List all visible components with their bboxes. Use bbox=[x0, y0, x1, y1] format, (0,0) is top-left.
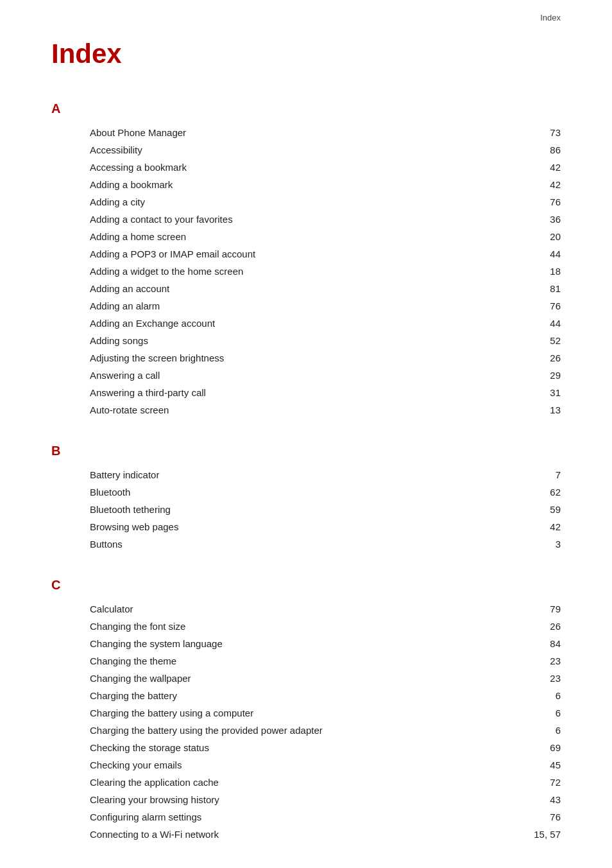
index-section-b: BBattery indicator7Bluetooth62Bluetooth … bbox=[51, 444, 561, 552]
index-page: 13 bbox=[541, 403, 561, 418]
index-row: Adding a POP3 or IMAP email account44 bbox=[90, 247, 561, 262]
index-row: Accessing a bookmark42 bbox=[90, 160, 561, 175]
index-page: 20 bbox=[541, 229, 561, 245]
index-term: Changing the theme bbox=[90, 654, 176, 669]
index-row: Auto-rotate screen13 bbox=[90, 403, 561, 418]
index-table: Battery indicator7Bluetooth62Bluetooth t… bbox=[90, 467, 561, 552]
index-page: 62 bbox=[541, 485, 561, 500]
index-page: 15, 57 bbox=[534, 827, 561, 842]
index-page: 69 bbox=[541, 740, 561, 756]
index-page: 26 bbox=[541, 619, 561, 634]
index-row: Buttons3 bbox=[90, 537, 561, 552]
index-page: 86 bbox=[541, 143, 561, 158]
section-letter: B bbox=[51, 444, 561, 458]
index-term: Adding an alarm bbox=[90, 299, 160, 314]
index-page: 29 bbox=[541, 368, 561, 383]
index-row: Changing the theme23 bbox=[90, 654, 561, 669]
index-term: Accessing a bookmark bbox=[90, 160, 187, 175]
index-term: Adjusting the screen brightness bbox=[90, 351, 224, 366]
index-term: Changing the wallpaper bbox=[90, 671, 191, 686]
index-page: 52 bbox=[541, 333, 561, 349]
index-page: 7 bbox=[541, 467, 561, 483]
index-term: Charging the battery using a computer bbox=[90, 706, 253, 721]
index-term: Connecting to a Wi-Fi network bbox=[90, 827, 219, 842]
index-row: Answering a third-party call31 bbox=[90, 385, 561, 401]
index-row: Adding an Exchange account44 bbox=[90, 316, 561, 331]
index-page: 44 bbox=[541, 316, 561, 331]
index-row: Checking your emails45 bbox=[90, 758, 561, 773]
index-row: Connecting to a Wi-Fi network15, 57 bbox=[90, 827, 561, 842]
index-section-c: CCalculator79Changing the font size26Cha… bbox=[51, 578, 561, 842]
index-term: Adding a city bbox=[90, 195, 145, 210]
index-term: Changing the font size bbox=[90, 619, 185, 634]
index-term: Clearing the application cache bbox=[90, 775, 219, 790]
index-term: About Phone Manager bbox=[90, 125, 186, 141]
index-page: 18 bbox=[541, 264, 561, 279]
index-page: 44 bbox=[541, 247, 561, 262]
index-page: 42 bbox=[541, 519, 561, 535]
index-row: Adding a home screen20 bbox=[90, 229, 561, 245]
index-page: 59 bbox=[541, 502, 561, 517]
index-row: Adding an account81 bbox=[90, 281, 561, 297]
index-term: Adding an account bbox=[90, 281, 169, 297]
index-term: Bluetooth bbox=[90, 485, 130, 500]
index-page: 6 bbox=[541, 723, 561, 738]
index-row: Checking the storage status69 bbox=[90, 740, 561, 756]
index-row: About Phone Manager73 bbox=[90, 125, 561, 141]
index-term: Configuring alarm settings bbox=[90, 810, 201, 825]
index-term: Adding a POP3 or IMAP email account bbox=[90, 247, 255, 262]
index-row: Browsing web pages42 bbox=[90, 519, 561, 535]
index-term: Adding a home screen bbox=[90, 229, 186, 245]
section-letter: A bbox=[51, 101, 561, 116]
index-row: Charging the battery using the provided … bbox=[90, 723, 561, 738]
header-label: Index bbox=[540, 13, 561, 22]
index-row: Calculator79 bbox=[90, 602, 561, 617]
index-row: Changing the system language84 bbox=[90, 636, 561, 652]
index-page: 3 bbox=[541, 537, 561, 552]
index-page: 76 bbox=[541, 810, 561, 825]
index-term: Calculator bbox=[90, 602, 133, 617]
index-term: Adding songs bbox=[90, 333, 148, 349]
index-page: 42 bbox=[541, 177, 561, 193]
index-term: Checking the storage status bbox=[90, 740, 209, 756]
index-page: 36 bbox=[541, 212, 561, 227]
index-row: Adding a bookmark42 bbox=[90, 177, 561, 193]
index-term: Battery indicator bbox=[90, 467, 159, 483]
index-page: 45 bbox=[541, 758, 561, 773]
index-term: Adding a widget to the home screen bbox=[90, 264, 243, 279]
index-row: Bluetooth tethering59 bbox=[90, 502, 561, 517]
index-row: Adding songs52 bbox=[90, 333, 561, 349]
index-page: 73 bbox=[541, 125, 561, 141]
index-page: 76 bbox=[541, 195, 561, 210]
index-term: Answering a call bbox=[90, 368, 160, 383]
index-section-a: AAbout Phone Manager73Accessibility86Acc… bbox=[51, 101, 561, 418]
section-letter: C bbox=[51, 578, 561, 593]
index-page: 6 bbox=[541, 688, 561, 704]
index-page: 42 bbox=[541, 160, 561, 175]
index-page: 84 bbox=[541, 636, 561, 652]
page-title: Index bbox=[51, 39, 561, 69]
index-row: Answering a call29 bbox=[90, 368, 561, 383]
index-row: Adding a contact to your favorites36 bbox=[90, 212, 561, 227]
index-page: 81 bbox=[541, 281, 561, 297]
index-term: Changing the system language bbox=[90, 636, 223, 652]
index-term: Charging the battery bbox=[90, 688, 177, 704]
index-row: Adding a widget to the home screen18 bbox=[90, 264, 561, 279]
index-row: Clearing the application cache72 bbox=[90, 775, 561, 790]
index-term: Bluetooth tethering bbox=[90, 502, 171, 517]
index-row: Changing the wallpaper23 bbox=[90, 671, 561, 686]
index-term: Auto-rotate screen bbox=[90, 403, 169, 418]
index-page: 31 bbox=[541, 385, 561, 401]
index-row: Bluetooth62 bbox=[90, 485, 561, 500]
index-table: About Phone Manager73Accessibility86Acce… bbox=[90, 125, 561, 418]
index-table: Calculator79Changing the font size26Chan… bbox=[90, 602, 561, 842]
index-row: Adjusting the screen brightness26 bbox=[90, 351, 561, 366]
index-term: Adding a contact to your favorites bbox=[90, 212, 233, 227]
index-row: Charging the battery6 bbox=[90, 688, 561, 704]
index-row: Adding a city76 bbox=[90, 195, 561, 210]
index-term: Charging the battery using the provided … bbox=[90, 723, 323, 738]
index-term: Accessibility bbox=[90, 143, 142, 158]
index-page: 23 bbox=[541, 654, 561, 669]
index-row: Battery indicator7 bbox=[90, 467, 561, 483]
index-row: Clearing your browsing history43 bbox=[90, 792, 561, 808]
